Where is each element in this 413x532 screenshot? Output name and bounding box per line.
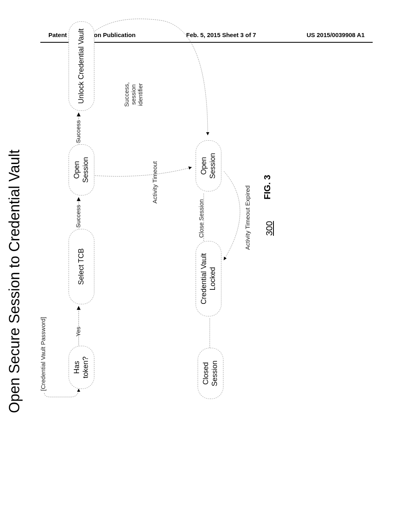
node-open-session-bottom: Open Session xyxy=(196,140,221,191)
node-open-session-top: Open Session xyxy=(69,144,94,195)
node-unlock-vault: Unlock Credential Vault xyxy=(69,21,94,111)
node-select-tcb: Select TCB xyxy=(69,229,94,304)
node-has-token: Has token? xyxy=(69,346,94,389)
edge-success-session: Success, session identifier xyxy=(123,82,144,107)
figure-ref: 300 xyxy=(264,221,275,236)
figure-caption: FIG. 3 xyxy=(262,175,273,200)
node-closed-session: Closed Session xyxy=(198,348,223,399)
diagram: Open Secure Session to Credential Vault … xyxy=(0,131,401,417)
node-vault-locked: Credential Vault Locked xyxy=(196,241,221,316)
edge-success-2: Success xyxy=(75,120,81,143)
diagram-title: Open Secure Session to Credential Vault xyxy=(6,150,23,413)
page: Patent Application Publication Feb. 5, 2… xyxy=(0,0,413,532)
edge-activity-expired: Activity Timeout Expired xyxy=(244,185,251,250)
edge-close-session: Close Session xyxy=(198,199,204,238)
edge-activity-timeout: Activity Timeout xyxy=(151,161,158,204)
edge-yes: Yes xyxy=(75,327,81,337)
input-label: [Credential Vault Password] xyxy=(40,317,46,391)
edge-success-1: Success xyxy=(75,205,81,228)
header-right: US 2015/0039908 A1 xyxy=(307,31,365,38)
